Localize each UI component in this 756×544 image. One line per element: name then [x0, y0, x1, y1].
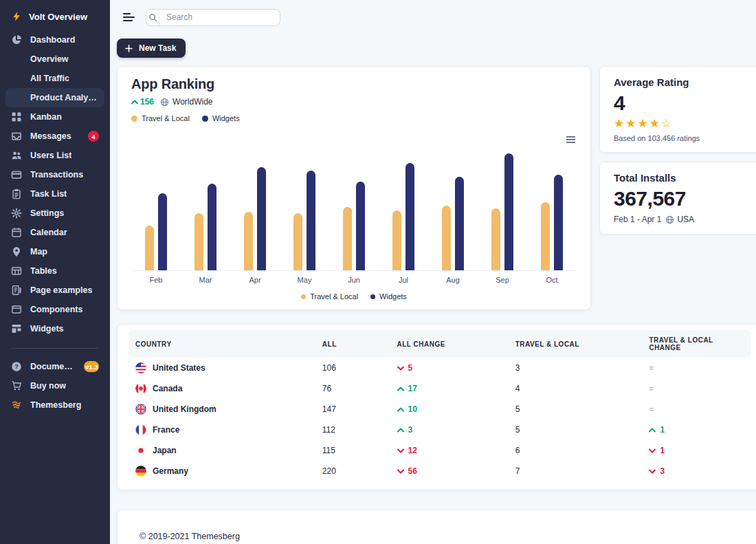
- travel-local-change: =: [642, 378, 751, 399]
- question-icon: ?: [11, 361, 22, 372]
- installs-region: USA: [665, 215, 694, 224]
- sidebar-item-label: Kanban: [30, 112, 62, 122]
- average-rating-title: Average Rating: [614, 76, 748, 88]
- sidebar-item-themesberg[interactable]: Themesberg: [5, 395, 104, 415]
- bolt-icon: [11, 11, 22, 22]
- gear-icon: [11, 208, 22, 219]
- all-change: 3: [390, 420, 509, 440]
- total-installs-title: Total Installs: [614, 172, 748, 184]
- legend-dot-widgets: [370, 294, 375, 299]
- sidebar-item-label: Buy now: [30, 381, 66, 391]
- sidebar-item-all-traffic[interactable]: All Traffic: [5, 69, 104, 88]
- bar-group-oct: [527, 175, 577, 270]
- chevron-up-icon: [649, 428, 656, 433]
- sidebar-item-overview[interactable]: Overview: [5, 50, 104, 69]
- stats-column: Average Rating 4 ★★★★☆ Based on 103,456 …: [599, 66, 756, 235]
- country-name: Germany: [153, 466, 188, 476]
- bar-widgets: [208, 184, 216, 270]
- x-axis-label: Oct: [527, 271, 577, 284]
- credit-card-icon: [11, 169, 22, 180]
- sidebar-item-components[interactable]: Components: [5, 300, 104, 319]
- travel-local-value: 3: [509, 358, 643, 378]
- widgets-icon: [11, 323, 22, 334]
- chevron-up-icon: [397, 407, 404, 412]
- search-box: [146, 9, 280, 26]
- search-input[interactable]: [159, 12, 280, 22]
- x-axis-label: Apr: [230, 271, 280, 284]
- sidebar-item-page-examples[interactable]: Page examples: [5, 281, 104, 300]
- sidebar-item-messages[interactable]: Messages4: [5, 127, 104, 146]
- brand[interactable]: Volt Overview: [0, 7, 110, 30]
- bar-widgets: [257, 167, 266, 270]
- legend-dot-widgets: [202, 116, 208, 122]
- bar-travel-local: [343, 207, 352, 270]
- equal-icon: =: [649, 364, 653, 372]
- country-name: Japan: [153, 446, 177, 455]
- clipboard-icon: [11, 188, 22, 199]
- all-value: 112: [315, 420, 390, 440]
- bar-travel-local: [145, 226, 154, 270]
- globe-icon: [160, 98, 169, 107]
- travel-local-value: 6: [509, 440, 643, 461]
- globe-icon: [665, 215, 674, 224]
- sidebar-nav: DashboardOverviewAll TrafficProduct Anal…: [0, 30, 110, 338]
- x-axis-label: May: [280, 271, 329, 284]
- chevron-up-icon: [397, 428, 404, 433]
- sidebar-item-label: Tables: [30, 266, 57, 276]
- footer: © 2019-2021 Themesberg: [117, 510, 756, 544]
- app-ranking-title: App Ranking: [131, 76, 577, 92]
- total-installs-value: 367,567: [614, 187, 748, 210]
- column-header-country: Country: [129, 330, 315, 358]
- bar-group-aug: [428, 177, 478, 270]
- total-installs-card: Total Installs 367,567 Feb 1 - Apr 1 USA: [599, 162, 756, 235]
- sidebar-item-tables[interactable]: Tables: [5, 261, 104, 281]
- star-empty-icon: ☆: [661, 117, 673, 130]
- legend-label: Widgets: [379, 292, 407, 301]
- legend-label: Widgets: [212, 114, 240, 122]
- country-name: United Kingdom: [153, 404, 216, 414]
- sidebar-item-users-list[interactable]: Users List: [5, 146, 104, 165]
- all-change: 10: [390, 399, 509, 420]
- equal-icon: =: [649, 384, 653, 393]
- all-change: 12: [390, 440, 509, 461]
- sidebar-item-product-analysis[interactable]: Product Analysis: [5, 88, 104, 107]
- star-filled-icon: ★: [638, 117, 649, 130]
- sidebar-item-label: Themesberg: [30, 400, 81, 410]
- table-icon: [11, 265, 22, 276]
- legend-label: Travel & Local: [310, 292, 358, 301]
- sidebar-item-transactions[interactable]: Transactions: [5, 165, 104, 184]
- table-row-germany: Germany2205673: [129, 461, 751, 481]
- travel-local-value: 4: [509, 378, 643, 399]
- sidebar-item-buy-now[interactable]: Buy now: [5, 376, 104, 395]
- all-value: 220: [315, 461, 390, 481]
- sidebar-item-calendar[interactable]: Calendar: [5, 223, 104, 242]
- travel-local-change: 3: [642, 461, 751, 481]
- sidebar-toggle-icon[interactable]: [122, 10, 136, 24]
- sidebar-item-settings[interactable]: Settings: [5, 204, 104, 223]
- plus-icon: [125, 45, 133, 52]
- change-value: 1: [660, 446, 665, 455]
- x-axis-label: Mar: [181, 271, 230, 284]
- change-value: 12: [408, 446, 417, 455]
- sidebar-item-documentation[interactable]: ?Documentationv1.3: [5, 357, 104, 376]
- new-task-button[interactable]: New Task: [117, 39, 186, 58]
- pie-chart-icon: [11, 34, 22, 45]
- calendar-icon: [11, 227, 22, 238]
- sidebar-item-dashboard[interactable]: Dashboard: [5, 30, 104, 50]
- sidebar: Volt Overview DashboardOverviewAll Traff…: [0, 0, 110, 544]
- travel-local-change: 1: [642, 440, 751, 461]
- sidebar-item-widgets[interactable]: Widgets: [5, 319, 104, 338]
- bar-widgets: [356, 182, 365, 270]
- x-axis-label: Aug: [428, 271, 478, 284]
- ranking-scope-label: WorldWide: [173, 97, 212, 107]
- x-axis-label: Jun: [329, 271, 379, 284]
- country-name: Canada: [153, 384, 182, 393]
- app-ranking-subtitle: 156 WorldWide: [131, 97, 577, 107]
- sidebar-item-kanban[interactable]: Kanban: [5, 107, 104, 127]
- column-header-travel-local-change: Travel & Local Change: [642, 330, 751, 358]
- sidebar-item-map[interactable]: Map: [5, 242, 104, 261]
- sidebar-item-label: Users List: [30, 151, 71, 160]
- sidebar-item-task-list[interactable]: Task List: [5, 184, 104, 204]
- bar-group-sep: [478, 153, 527, 270]
- chart-menu-icon[interactable]: [565, 135, 577, 144]
